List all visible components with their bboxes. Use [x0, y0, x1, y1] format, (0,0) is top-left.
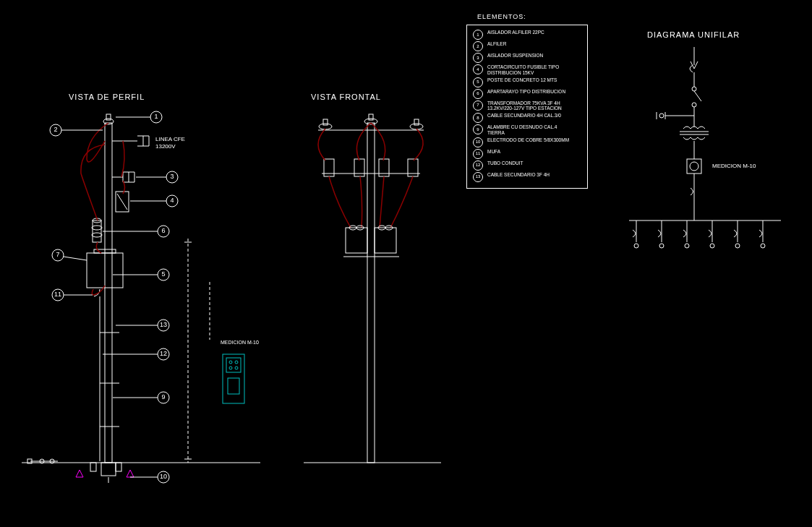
legend-num: 1	[473, 30, 483, 40]
svg-line-5	[117, 194, 127, 210]
svg-rect-76	[369, 114, 373, 120]
svg-point-112	[659, 244, 664, 248]
medicion-box-perfil	[217, 351, 253, 408]
legend-num: 2	[473, 41, 483, 51]
legend-text: TRANSFORMADOR 75KVA 3F 4H 13.2KV/220-127…	[487, 100, 574, 112]
linea-cfe-label-1: LINEA CFE	[155, 136, 185, 142]
svg-point-9	[92, 233, 102, 237]
vista-perfil-drawing: 1 2 3 4 6 7 5 11 13 12 9 10	[22, 108, 260, 484]
svg-point-93	[692, 87, 696, 91]
medicion-label-unifilar: MEDICION M-10	[712, 163, 756, 169]
diagrama-unifilar	[615, 43, 803, 282]
legend-num: 13	[473, 172, 483, 182]
svg-point-118	[735, 244, 740, 248]
title-perfil: VISTA DE PERFIL	[69, 93, 145, 101]
svg-text:4: 4	[170, 197, 174, 204]
svg-point-99	[659, 113, 664, 118]
svg-point-67	[229, 367, 232, 369]
svg-point-74	[410, 124, 423, 129]
legend-row: 4CORTACIRCUITO FUSIBLE TIPO DISTRIBUCION…	[473, 64, 581, 76]
legend-row: 9ALAMBRE CU DESNUDO CAL.4 TIERRA	[473, 124, 581, 136]
svg-text:2: 2	[54, 126, 57, 133]
legend-row: 12TUBO CONDUIT	[473, 160, 581, 171]
svg-rect-6	[93, 220, 101, 242]
svg-rect-69	[228, 378, 239, 394]
legend-text: APARTARAYO TIPO DISTRIBUCION	[487, 89, 565, 95]
legend-num: 7	[473, 100, 483, 111]
legend-text: MUFA	[487, 149, 500, 155]
svg-point-114	[685, 244, 689, 248]
legend-num: 11	[473, 149, 483, 159]
legend-num: 4	[473, 64, 483, 74]
svg-text:9: 9	[161, 393, 165, 400]
legend-row: 7TRANSFORMADOR 75KVA 3F 4H 13.2KV/220-12…	[473, 100, 581, 112]
svg-rect-75	[323, 119, 328, 125]
medicion-label-perfil: MEDICION M-10	[221, 340, 259, 345]
svg-point-8	[92, 226, 102, 230]
svg-point-120	[761, 244, 765, 248]
legend-text: ALFILER	[487, 41, 506, 47]
svg-line-41	[64, 257, 87, 260]
svg-point-110	[634, 244, 638, 248]
svg-text:11: 11	[54, 291, 61, 298]
legend-row: 1AISLADOR ALFILER 22PC	[473, 30, 581, 40]
legend-text: AISLADOR SUSPENSION	[487, 53, 543, 59]
legend-text: CABLE SECUNDARIO 3F 4H	[487, 172, 550, 178]
linea-cfe-label-2: 13200V	[155, 143, 176, 150]
svg-text:7: 7	[56, 251, 59, 258]
legend-num: 3	[473, 53, 483, 63]
svg-rect-64	[226, 358, 241, 372]
title-frontal: VISTA FRONTAL	[311, 93, 381, 101]
legend-num: 9	[473, 124, 483, 134]
svg-rect-84	[375, 228, 396, 253]
svg-point-116	[710, 244, 714, 248]
svg-line-94	[694, 91, 701, 101]
svg-text:1: 1	[154, 113, 158, 120]
legend-row: 5POSTE DE CONCRETO 12 MTS	[473, 77, 581, 87]
legend-title: ELEMENTOS:	[477, 13, 526, 20]
svg-text:13: 13	[160, 321, 167, 328]
legend-num: 12	[473, 160, 483, 171]
svg-rect-19	[101, 463, 116, 476]
legend-text: CORTACIRCUITO FUSIBLE TIPO DISTRIBUCION …	[487, 64, 574, 76]
svg-text:5: 5	[161, 270, 165, 278]
legend-box: 1AISLADOR ALFILER 22PC2ALFILER3AISLADOR …	[466, 25, 588, 189]
legend-row: 13CABLE SECUNDARIO 3F 4H	[473, 172, 581, 182]
vista-frontal-drawing	[282, 108, 463, 484]
svg-rect-0	[105, 123, 112, 463]
legend-num: 8	[473, 113, 483, 123]
legend-text: AISLADOR ALFILER 22PC	[487, 30, 544, 35]
svg-text:10: 10	[160, 473, 167, 480]
legend-row: 3AISLADOR SUSPENSION	[473, 53, 581, 63]
legend-num: 5	[473, 77, 483, 87]
svg-point-95	[692, 103, 696, 107]
legend-row: 11MUFA	[473, 149, 581, 159]
svg-point-65	[229, 361, 232, 364]
legend-text: ELECTRODO DE COBRE 5/8X300MM	[487, 137, 569, 143]
svg-point-68	[235, 367, 238, 369]
legend-text: ALAMBRE CU DESNUDO CAL.4 TIERRA	[487, 124, 574, 136]
title-unifilar: DIAGRAMA UNIFILAR	[647, 30, 740, 39]
svg-rect-2	[106, 114, 111, 120]
legend-num: 10	[473, 137, 483, 147]
legend-text: CABLE SECUNDARIO 4H CAL.3/0	[487, 113, 561, 119]
svg-rect-83	[346, 228, 367, 253]
svg-text:6: 6	[161, 227, 165, 234]
svg-point-72	[319, 124, 332, 129]
svg-rect-77	[414, 119, 419, 125]
legend-row: 10ELECTRODO DE COBRE 5/8X300MM	[473, 137, 581, 147]
svg-text:3: 3	[170, 173, 174, 180]
legend-text: TUBO CONDUIT	[487, 160, 523, 166]
legend-row: 2ALFILER	[473, 41, 581, 51]
legend-text: POSTE DE CONCRETO 12 MTS	[487, 77, 557, 83]
svg-rect-21	[116, 463, 121, 471]
svg-point-66	[235, 361, 238, 364]
svg-rect-104	[687, 159, 701, 173]
legend-num: 6	[473, 89, 483, 99]
svg-point-105	[690, 162, 698, 171]
svg-rect-20	[90, 463, 96, 471]
legend-row: 8CABLE SECUNDARIO 4H CAL.3/0	[473, 113, 581, 123]
legend-row: 6APARTARAYO TIPO DISTRIBUCION	[473, 89, 581, 99]
svg-text:12: 12	[160, 350, 167, 357]
